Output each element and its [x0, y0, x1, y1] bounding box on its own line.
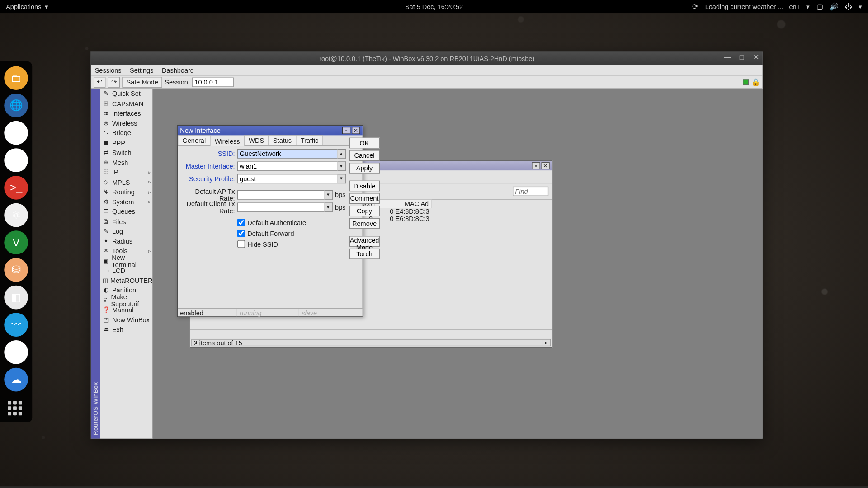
security-profile-input[interactable] [237, 174, 337, 183]
tab-status[interactable]: Status [268, 135, 296, 145]
sidebar-item-interfaces[interactable]: ≋Interfaces [100, 108, 152, 118]
sidebar-icon: ≣ [103, 139, 110, 146]
ok-button[interactable]: OK [349, 138, 379, 149]
undo-button[interactable]: ↶ [94, 76, 105, 87]
power-icon[interactable]: ⏻ [844, 2, 852, 10]
dock-app-atom[interactable]: ⚛ [4, 203, 28, 227]
sidebar-item-routing[interactable]: ↯Routing▹ [100, 187, 152, 197]
session-input[interactable] [192, 77, 234, 87]
sidebar-item-lcd[interactable]: ▭LCD [100, 266, 152, 276]
comment-button[interactable]: Comment [349, 193, 379, 204]
dock-app-vim[interactable]: V [4, 230, 28, 254]
status-enabled: enabled [178, 309, 237, 316]
close-button[interactable]: ✕ [541, 162, 549, 169]
sidebar-item-mpls[interactable]: ◇MPLS▹ [100, 177, 152, 187]
sidebar-item-queues[interactable]: ☰Queues [100, 207, 152, 217]
sidebar-item-mesh[interactable]: ※Mesh [100, 158, 152, 168]
disable-button[interactable]: Disable [349, 181, 379, 192]
sidebar-item-ppp[interactable]: ≣PPP [100, 138, 152, 148]
sidebar-item-quick-set[interactable]: ✎Quick Set [100, 89, 152, 99]
ap-tx-rate-input[interactable] [237, 190, 325, 200]
dock-app-tweaks[interactable]: ⚙ [4, 340, 28, 364]
maximize-button[interactable]: □ [737, 53, 745, 61]
dropdown-icon[interactable]: ▾ [324, 202, 332, 212]
sidebar-item-files[interactable]: 🗎Files [100, 216, 152, 226]
keyboard-lang[interactable]: en1 [789, 3, 800, 10]
dock-app-iceweasel[interactable]: 🌐 [4, 94, 28, 117]
menu-sessions[interactable]: Sessions [95, 66, 122, 74]
minimize-button[interactable]: — [723, 53, 731, 61]
sidebar-icon: 🗎 [103, 218, 110, 225]
sidebar-item-ip[interactable]: ☷IP▹ [100, 168, 152, 178]
sidebar-item-bridge[interactable]: ⇋Bridge [100, 128, 152, 138]
sidebar-item-capsman[interactable]: ⊞CAPsMAN [100, 99, 152, 108]
sidebar-item-label: Routing [112, 188, 135, 196]
dock-app-terminal[interactable]: >_ [4, 176, 28, 200]
minimize-button[interactable]: ▫ [532, 162, 540, 169]
volume-icon[interactable]: 🔊 [830, 2, 838, 10]
sidebar-item-new-winbox[interactable]: ◳New WinBox [100, 315, 152, 325]
find-input[interactable] [513, 187, 548, 196]
hide-ssid-checkbox[interactable] [237, 240, 245, 248]
security-profile-label: Security Profile: [181, 175, 235, 183]
ssid-up-icon[interactable]: ▴ [337, 149, 345, 159]
window-titlebar[interactable]: root@10.0.0.1 (TheTik) - WinBox v6.30.2 … [91, 52, 763, 65]
sidebar-icon: ◳ [103, 316, 110, 324]
close-button[interactable]: ✕ [352, 127, 360, 134]
dock-app-slack[interactable]: S [4, 148, 28, 172]
tab-wireless[interactable]: Wireless [210, 136, 245, 146]
cancel-button[interactable]: Cancel [349, 150, 379, 161]
sidebar-item-system[interactable]: ⚙System▹ [100, 197, 152, 207]
ssid-input[interactable] [237, 149, 337, 159]
clock[interactable]: Sat 5 Dec, 16:20:52 [405, 3, 463, 10]
sidebar-item-log[interactable]: ✎Log [100, 226, 152, 236]
sidebar-item-metarouter[interactable]: ◫MetaROUTER [100, 276, 152, 286]
dialog-titlebar[interactable]: New Interface ▫ ✕ [178, 126, 363, 135]
refresh-icon[interactable]: ⟳ [691, 2, 699, 10]
sidebar-item-switch[interactable]: ⇄Switch [100, 148, 152, 158]
default-authenticate-checkbox[interactable] [237, 219, 245, 226]
tab-wds[interactable]: WDS [244, 135, 269, 145]
sidebar-item-make-supout-rif[interactable]: 🗎Make Supout.rif [100, 295, 152, 305]
tab-traffic[interactable]: Traffic [296, 135, 323, 145]
remove-button[interactable]: Remove [349, 218, 379, 229]
sidebar-item-exit[interactable]: ⏏Exit [100, 325, 152, 335]
column-header[interactable]: MAC Ad [375, 200, 431, 208]
dropdown-icon[interactable]: ▾ [337, 161, 345, 171]
close-button[interactable]: ✕ [752, 53, 760, 61]
dock-app-disk[interactable]: ⛁ [4, 258, 28, 282]
sidebar-item-manual[interactable]: ❓Manual [100, 305, 152, 315]
lock-icon[interactable]: 🔒 [751, 78, 760, 86]
redo-button[interactable]: ↷ [108, 76, 120, 87]
dock-app-wine[interactable]: ◧ [4, 286, 28, 310]
sidebar-item-wireless[interactable]: ⊚Wireless [100, 118, 152, 128]
sidebar-icon: ▭ [103, 267, 110, 274]
menu-dashboard[interactable]: Dashboard [162, 66, 194, 74]
master-interface-input[interactable] [237, 161, 337, 171]
dock-app-mail[interactable]: ✉ [4, 121, 28, 145]
advanced-mode-button[interactable]: Advanced Mode [349, 236, 379, 247]
menu-settings[interactable]: Settings [130, 66, 153, 74]
applications-menu[interactable]: Applications [6, 3, 41, 10]
torch-button[interactable]: Torch [349, 249, 379, 259]
dropdown-icon[interactable]: ▾ [324, 190, 332, 200]
sidebar-icon: ✕ [103, 248, 110, 255]
sidebar-item-radius[interactable]: ✦Radius [100, 236, 152, 246]
minimize-button[interactable]: ▫ [342, 127, 350, 134]
dialog-title: New Interface [180, 127, 221, 134]
show-applications-button[interactable] [8, 401, 24, 418]
dock-app-remmina[interactable]: ☁ [4, 368, 28, 392]
apply-button[interactable]: Apply [349, 163, 379, 174]
dock-app-files[interactable]: 🗀 [4, 66, 28, 90]
default-forward-checkbox[interactable] [237, 230, 245, 237]
client-tx-rate-input[interactable] [237, 202, 325, 212]
safe-mode-button[interactable]: Safe Mode [122, 76, 162, 87]
dock-app-monitor[interactable]: 〰 [4, 313, 28, 337]
dropdown-icon[interactable]: ▾ [337, 174, 345, 183]
tab-general[interactable]: General [178, 135, 211, 145]
sidebar-item-new-terminal[interactable]: ▣New Terminal [100, 256, 152, 266]
copy-button[interactable]: Copy [349, 206, 379, 216]
sidebar-strip: RouterOS WinBox [91, 89, 100, 438]
sidebar-icon: ◇ [103, 178, 110, 186]
monitor-icon[interactable]: ▢ [816, 2, 824, 10]
